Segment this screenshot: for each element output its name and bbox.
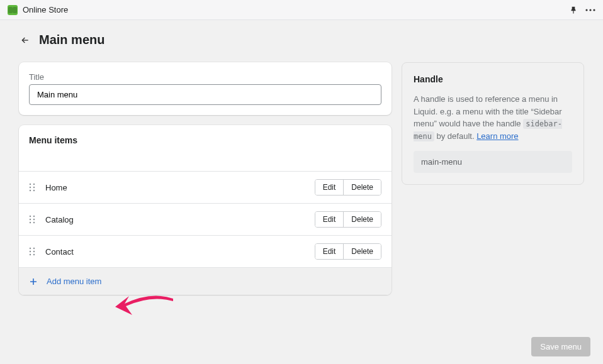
layout: Title Menu items Home Edit Delete bbox=[19, 62, 584, 305]
drag-handle-icon[interactable] bbox=[29, 215, 38, 224]
pin-icon[interactable] bbox=[569, 6, 578, 14]
page-title: Main menu bbox=[39, 33, 104, 47]
more-icon[interactable] bbox=[585, 9, 595, 11]
back-arrow-icon[interactable] bbox=[19, 34, 31, 47]
svg-point-12 bbox=[33, 219, 35, 220]
delete-button[interactable]: Delete bbox=[343, 244, 381, 259]
svg-point-20 bbox=[33, 254, 35, 255]
menu-item-actions: Edit Delete bbox=[315, 179, 381, 196]
svg-point-10 bbox=[33, 216, 35, 217]
edit-button[interactable]: Edit bbox=[315, 212, 344, 227]
plus-icon bbox=[29, 277, 38, 286]
menu-item-row: Catalog Edit Delete bbox=[19, 204, 392, 236]
drag-handle-icon[interactable] bbox=[29, 183, 38, 192]
menu-item-actions: Edit Delete bbox=[315, 243, 381, 260]
main-column: Title Menu items Home Edit Delete bbox=[19, 62, 392, 305]
svg-point-2 bbox=[593, 9, 595, 11]
app-icon bbox=[8, 5, 18, 15]
svg-point-8 bbox=[33, 190, 35, 191]
learn-more-link[interactable]: Learn more bbox=[476, 131, 518, 141]
save-bar: Save menu bbox=[531, 337, 590, 356]
handle-card: Handle A handle is used to reference a m… bbox=[402, 62, 584, 185]
edit-button[interactable]: Edit bbox=[315, 244, 344, 259]
svg-point-18 bbox=[33, 251, 35, 252]
add-menu-item-label: Add menu item bbox=[47, 277, 101, 286]
svg-point-11 bbox=[30, 219, 31, 220]
page-content: Main menu Title Menu items Home Edit Del… bbox=[0, 20, 603, 317]
drag-handle-icon[interactable] bbox=[29, 247, 38, 256]
topbar-left: Online Store bbox=[8, 5, 68, 15]
menu-items-spacer bbox=[19, 153, 392, 172]
menu-item-label: Catalog bbox=[45, 215, 315, 224]
svg-point-9 bbox=[30, 216, 31, 217]
svg-point-4 bbox=[33, 184, 35, 185]
side-column: Handle A handle is used to reference a m… bbox=[402, 62, 584, 305]
page-header: Main menu bbox=[19, 33, 584, 47]
svg-point-19 bbox=[30, 254, 31, 255]
svg-point-17 bbox=[30, 251, 31, 252]
handle-description: A handle is used to reference a menu in … bbox=[414, 93, 572, 142]
topbar: Online Store bbox=[0, 0, 603, 20]
svg-point-15 bbox=[30, 248, 31, 249]
handle-desc-post: by default. bbox=[434, 131, 476, 141]
menu-item-label: Contact bbox=[45, 247, 315, 256]
svg-point-14 bbox=[33, 222, 35, 223]
app-name: Online Store bbox=[23, 5, 68, 14]
title-card: Title bbox=[19, 62, 392, 115]
svg-point-3 bbox=[30, 184, 31, 185]
add-menu-item-button[interactable]: Add menu item bbox=[19, 268, 392, 295]
menu-items-heading: Menu items bbox=[19, 125, 392, 153]
menu-item-row: Contact Edit Delete bbox=[19, 236, 392, 268]
svg-point-1 bbox=[589, 9, 591, 11]
svg-point-7 bbox=[30, 190, 31, 191]
handle-value[interactable]: main-menu bbox=[414, 151, 572, 173]
delete-button[interactable]: Delete bbox=[343, 212, 381, 227]
edit-button[interactable]: Edit bbox=[315, 180, 344, 195]
svg-point-5 bbox=[30, 187, 31, 188]
topbar-right bbox=[569, 6, 595, 14]
menu-item-label: Home bbox=[45, 183, 315, 192]
svg-point-6 bbox=[33, 187, 35, 188]
save-button[interactable]: Save menu bbox=[531, 337, 590, 356]
menu-item-row: Home Edit Delete bbox=[19, 172, 392, 204]
handle-title: Handle bbox=[414, 74, 572, 84]
delete-button[interactable]: Delete bbox=[343, 180, 381, 195]
svg-point-13 bbox=[30, 222, 31, 223]
svg-point-16 bbox=[33, 248, 35, 249]
title-input[interactable] bbox=[29, 84, 381, 105]
svg-point-0 bbox=[585, 9, 587, 11]
menu-items-card: Menu items Home Edit Delete bbox=[19, 125, 392, 295]
title-label: Title bbox=[29, 72, 381, 82]
menu-item-actions: Edit Delete bbox=[315, 211, 381, 228]
